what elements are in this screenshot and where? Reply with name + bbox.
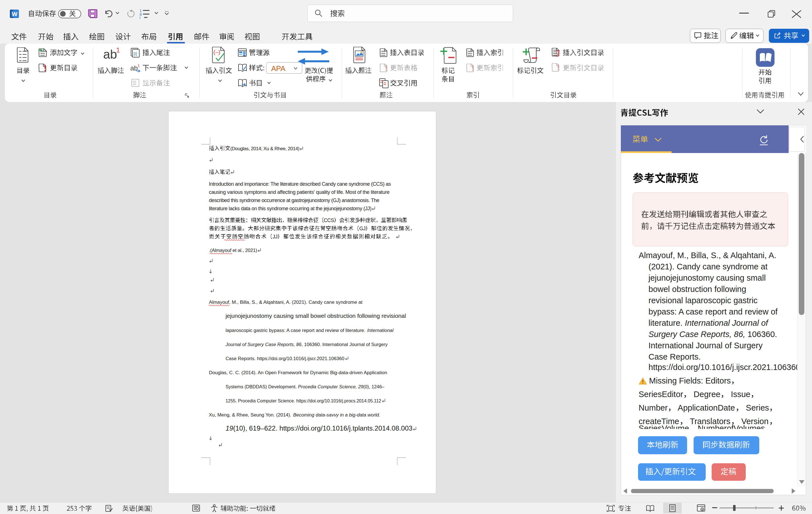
svg-text:SeriesEditor: SeriesEditor — [639, 390, 683, 399]
svg-text:jejunojejunostomy causing smal: jejunojejunostomy causing small bowel ob… — [225, 312, 406, 319]
svg-text:Translators: Translators — [688, 417, 730, 426]
svg-text:Xu, Meng, & Rhee, Seung Yon. (: Xu, Meng, & Rhee, Seung Yon. (2014). — [209, 412, 293, 418]
svg-text:ab: ab — [103, 47, 117, 61]
svg-text:, 106360. International Journa: , 106360. International Journal of Surge… — [301, 342, 388, 347]
svg-text:.(Almayouf et al., 2021): .(Almayouf et al., 2021) — [209, 248, 257, 253]
svg-text:Case Reports. https://doi.org/: Case Reports. https://doi.org/10.1016/j.… — [226, 356, 344, 361]
svg-text:International: International — [367, 328, 394, 333]
svg-text:ApplicationDate: ApplicationDate — [676, 403, 735, 412]
svg-text:laparoscopic gastric bypass: A: laparoscopic gastric bypass: A case repo… — [226, 328, 367, 333]
svg-text:1: 1 — [116, 47, 120, 54]
svg-text:literature lacks data on this: literature lacks data on this syndrome o… — [209, 206, 371, 211]
svg-text:Procedia Computer Science, 29: Procedia Computer Science, 29 — [298, 384, 363, 389]
svg-text:Systems (DBDDAS) Development.: Systems (DBDDAS) Development. — [226, 384, 298, 389]
svg-text:SeriesVolume: SeriesVolume — [639, 425, 689, 429]
svg-text:1: 1 — [138, 64, 140, 68]
svg-text:Number: Number — [639, 403, 668, 412]
svg-text:Version: Version — [739, 417, 768, 426]
svg-text:createTime: createTime — [639, 417, 679, 426]
svg-text:(10), 619–622. https://doi.org: (10), 619–622. https://doi.org/10.1016/j… — [233, 424, 412, 432]
svg-text:Journal of Surgery Case Report: Journal of Surgery Case Reports, 86 — [225, 342, 302, 347]
svg-text:Douglas, C. C. (2014). An Open: Douglas, C. C. (2014). An Open Framework… — [209, 370, 387, 375]
svg-text:[i]: [i] — [134, 51, 137, 56]
svg-text:NumberofVolumes: NumberofVolumes — [698, 425, 765, 429]
svg-text:(–): (–) — [213, 49, 220, 55]
svg-text:Issue: Issue — [729, 390, 750, 399]
svg-text:Case Reports.: Case Reports. — [648, 352, 701, 361]
svg-text:19: 19 — [226, 424, 233, 432]
svg-text:JJ: JJ — [273, 234, 278, 240]
svg-text:Becoming data-savvy in a big-d: Becoming data-savvy in a big-data world. — [293, 412, 380, 418]
svg-text:Missing Fields: Editors: Missing Fields: Editors — [649, 376, 731, 385]
svg-text:Degree: Degree — [691, 390, 720, 399]
svg-text:Almayouf, M., Billa, S., & Alq: Almayouf, M., Billa, S., & Alqahtani, A.… — [209, 299, 362, 305]
svg-text:1255. Procedia Computer Scienc: 1255. Procedia Computer Science. https:/… — [226, 398, 381, 403]
svg-text:(Douglas, 2014; Xu & Rhee, 201: (Douglas, 2014; Xu & Rhee, 2014) — [230, 146, 299, 151]
svg-text:W: W — [12, 11, 18, 17]
svg-text:i: i — [140, 15, 140, 19]
svg-text:Series: Series — [744, 403, 769, 412]
svg-text:(0), 1246–: (0), 1246– — [364, 384, 385, 389]
